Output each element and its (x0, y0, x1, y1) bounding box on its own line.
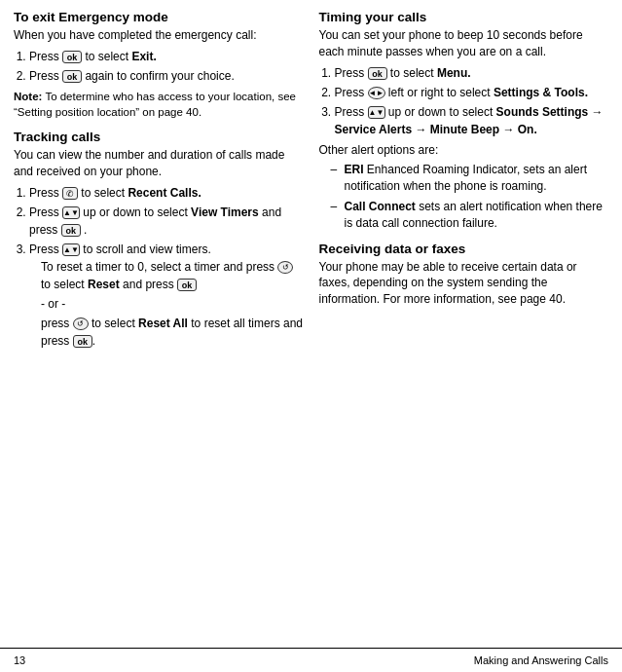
nav-icon: ◄► (368, 87, 385, 99)
ok-icon-1: ok (62, 51, 82, 63)
timing-step1-prefix: Press (335, 66, 368, 80)
tracking-step-3: Press ▲▼ to scroll and view timers. To r… (29, 241, 304, 350)
reset-all-label: Reset All (138, 317, 188, 330)
timing-step3-prefix: Press (335, 105, 368, 119)
timing-step-3: Press ▲▼ up or down to select Sounds Set… (335, 103, 609, 138)
timing-step2-suffix: left or right to select (388, 86, 494, 99)
track-step1-prefix: Press (29, 186, 62, 200)
tracking-calls-intro: You can view the number and duration of … (14, 147, 304, 180)
alert-callconnect: – Call Connect sets an alert notificatio… (319, 199, 609, 232)
dash-2: – (331, 199, 341, 232)
reset-label: Reset (88, 278, 120, 291)
track-step2-end: . (84, 223, 87, 237)
tracking-steps: Press ✆ to select Recent Calls. Press ▲▼… (14, 184, 304, 350)
track-step3-sub2: press ↺ to select Reset All to reset all… (29, 315, 304, 350)
timing-calls-intro: You can set your phone to beep 10 second… (319, 27, 609, 60)
timing-step1-bold: Menu. (437, 66, 471, 80)
track-step3-prefix: Press (29, 243, 62, 256)
left-column: To exit Emergency mode When you have com… (14, 10, 304, 648)
timing-step2-bold: Settings & Tools. (494, 86, 588, 99)
content-area: To exit Emergency mode When you have com… (0, 0, 622, 648)
note-label: Note: (14, 91, 42, 102)
dash-1: – (331, 162, 341, 195)
receiving-data-text: Your phone may be able to receive certai… (319, 259, 609, 308)
ok-icon-5: ok (73, 335, 92, 348)
tracking-calls-heading: Tracking calls (14, 130, 304, 144)
timing-step3-suffix: up or down to select (388, 105, 496, 119)
note-text: To determine who has access to your loca… (14, 91, 296, 118)
recent-icon: ✆ (62, 187, 78, 200)
exit-step2-prefix: Press (29, 69, 59, 83)
reset-icon-1: ↺ (277, 261, 293, 274)
track-step1-bold: Recent Calls. (128, 186, 201, 200)
alert-eri: – ERI Enhanced Roaming Indicator, sets a… (319, 162, 609, 195)
exit-step-1: Press ok to select Exit. (29, 48, 304, 65)
ok-icon-2: ok (62, 70, 82, 83)
receiving-data-heading: Receiving data or faxes (319, 242, 609, 256)
scroll-icon-2: ▲▼ (62, 243, 80, 256)
track-step2-bold: View Timers (191, 205, 259, 219)
scroll-icon-1: ▲▼ (62, 206, 80, 219)
reset-icon-2: ↺ (73, 317, 89, 330)
ok-icon-3: ok (61, 224, 81, 237)
timing-step2-prefix: Press (335, 86, 368, 99)
right-column: Timing your calls You can set your phone… (319, 10, 609, 648)
exit-emergency-steps: Press ok to select Exit. Press ok again … (14, 48, 304, 85)
exit-note: Note: To determine who has access to you… (14, 89, 304, 120)
footer: 13 Making and Answering Calls (0, 648, 622, 672)
ok-icon-4: ok (177, 279, 197, 291)
tracking-step-1: Press ✆ to select Recent Calls. (29, 184, 304, 202)
scroll-icon-3: ▲▼ (368, 106, 385, 119)
alert-options-title: Other alert options are: (319, 142, 609, 159)
track-step3-sub: To reset a timer to 0, select a timer an… (29, 258, 304, 293)
exit-step2-suffix: again to confirm your choice. (85, 69, 234, 83)
track-step3-or: - or - (29, 295, 304, 313)
footer-page-num: 13 (14, 654, 25, 666)
exit-emergency-intro: When you have completed the emergency ca… (14, 27, 304, 44)
timing-calls-heading: Timing your calls (319, 10, 609, 24)
alert-callconnect-text: Call Connect sets an alert notification … (345, 199, 609, 232)
exit-emergency-heading: To exit Emergency mode (14, 10, 304, 24)
exit-step1-prefix: Press (29, 50, 59, 63)
alert-eri-text: ERI Enhanced Roaming Indicator, sets an … (345, 162, 609, 195)
footer-label: Making and Answering Calls (474, 654, 608, 666)
track-step2-prefix: Press (29, 205, 62, 219)
timing-step1-suffix: to select (390, 66, 437, 80)
tracking-step-2: Press ▲▼ up or down to select View Timer… (29, 204, 304, 239)
timing-step-1: Press ok to select Menu. (335, 64, 609, 82)
track-step2-suffix: up or down to select (83, 205, 191, 219)
timing-step-2: Press ◄► left or right to select Setting… (335, 84, 609, 101)
exit-step1-suffix: to select (85, 50, 128, 63)
exit-step1-bold: Exit. (131, 50, 156, 63)
page: To exit Emergency mode When you have com… (0, 0, 622, 672)
track-step3-suffix: to scroll and view timers. (83, 243, 210, 256)
track-step1-suffix: to select (81, 186, 128, 200)
timing-steps: Press ok to select Menu. Press ◄► left o… (319, 64, 609, 138)
exit-step-2: Press ok again to confirm your choice. (29, 67, 304, 85)
ok-icon-6: ok (368, 67, 387, 80)
